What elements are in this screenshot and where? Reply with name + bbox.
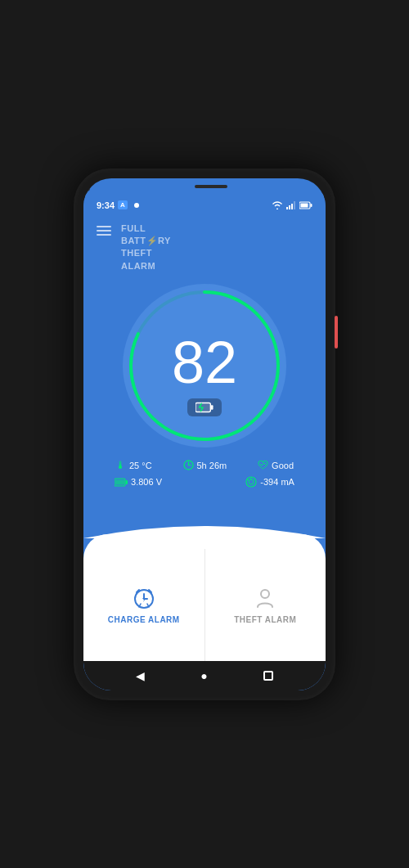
svg-rect-0 [286,207,288,209]
phone-frame: 9:34 A [74,169,335,700]
back-button[interactable]: ◀ [136,669,145,682]
status-bar: 9:34 A [83,193,326,216]
tab-theft-alarm[interactable]: THEFT ALARM [205,549,326,661]
svg-line-20 [247,479,249,481]
health-icon [258,460,268,470]
app-header: FULL BATT⚡RY THEFT ALARM [83,216,326,277]
bottom-panel: CHARGE ALARM THEFT ALARM [83,534,326,661]
phone-screen: 9:34 A [83,178,326,690]
menu-button[interactable] [97,226,111,236]
status-dot [134,203,139,208]
time-remaining-value: 5h 26m [197,461,227,470]
status-right [272,201,312,209]
voltage-stat: 3.806 V [115,477,162,488]
svg-point-18 [249,479,254,484]
temperature-value: 25 °C [129,461,152,470]
battery-percentage: 82 [172,333,237,392]
svg-rect-6 [301,203,308,207]
theft-alarm-icon [253,586,277,610]
svg-rect-16 [115,479,124,484]
charge-alarm-label: CHARGE ALARM [108,615,180,624]
bottom-tabs: CHARGE ALARM THEFT ALARM [83,534,326,661]
theft-alarm-label: THEFT ALARM [234,615,296,624]
app-title: FULL BATT⚡RY THEFT ALARM [121,223,171,273]
navigation-bar: ◀ ● [83,661,326,690]
status-time: 9:34 [97,200,115,210]
voltage-icon [115,477,128,488]
stats-row-1: 🌡 25 °C 5h 26m Good [100,459,309,471]
charge-alarm-icon [132,586,156,610]
charging-indicator [187,398,222,416]
tab-charge-alarm[interactable]: CHARGE ALARM [83,549,205,661]
svg-rect-2 [291,204,293,209]
wifi-icon [272,201,283,209]
battery-circle: 82 [123,284,286,447]
signal-icon [286,201,296,209]
health-value: Good [272,461,294,470]
wave-curve [83,514,326,538]
voltage-value: 3.806 V [131,477,162,487]
health-stat: Good [258,460,294,470]
battery-section: 82 [83,276,326,454]
speaker [195,185,227,188]
camera [83,185,90,191]
svg-rect-10 [211,405,213,410]
time-remaining-stat: 5h 26m [183,460,227,470]
recents-button[interactable] [263,671,273,681]
status-a-icon: A [118,200,128,209]
svg-rect-3 [294,201,295,209]
current-value: -394 mA [260,477,294,487]
volume-button[interactable] [335,316,338,349]
thermometer-icon: 🌡 [115,459,126,471]
clock-icon [183,460,194,470]
svg-rect-5 [311,204,312,207]
svg-rect-1 [289,205,290,209]
svg-point-26 [261,590,269,598]
status-left: 9:34 A [97,200,139,210]
stats-section: 🌡 25 °C 5h 26m Good [83,454,326,496]
home-button[interactable]: ● [200,669,207,682]
battery-status-icon [299,201,312,209]
battery-charging-icon [196,402,213,413]
current-icon [245,476,257,488]
stats-row-2: 3.806 V -394 mA [100,476,309,488]
temperature-stat: 🌡 25 °C [115,459,152,471]
svg-rect-15 [126,480,128,484]
current-stat: -394 mA [245,476,294,488]
